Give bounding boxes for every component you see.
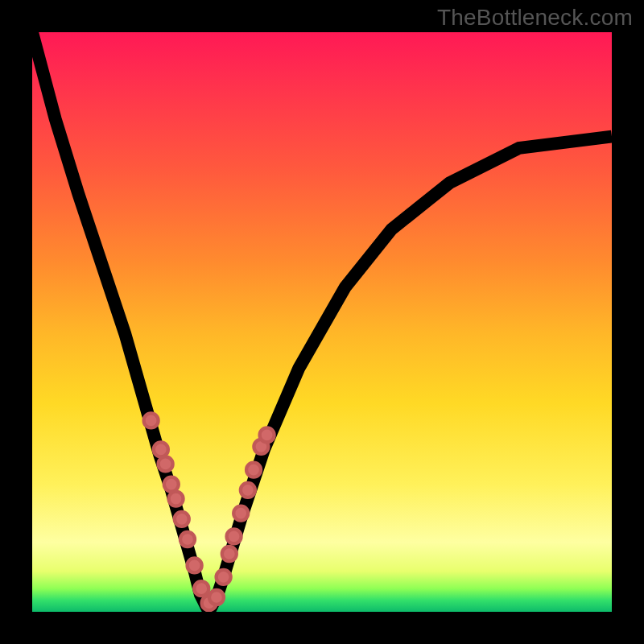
highlight-point <box>169 492 184 506</box>
highlight-point <box>188 558 202 572</box>
chart-container: TheBottleneck.com <box>0 0 644 644</box>
highlight-point <box>233 506 248 521</box>
highlight-point <box>194 581 208 596</box>
highlight-point <box>180 532 195 547</box>
chart-svg <box>32 32 612 612</box>
highlight-point <box>154 442 168 456</box>
highlight-point <box>227 529 242 543</box>
highlight-point <box>241 483 255 497</box>
plot-area <box>32 32 612 612</box>
highlight-point <box>222 547 237 561</box>
highlight-point <box>260 427 275 442</box>
highlight-points-group <box>144 413 275 610</box>
highlight-point <box>159 456 173 471</box>
bottleneck-curve <box>32 32 612 606</box>
highlight-point <box>246 463 261 477</box>
highlight-point <box>144 413 159 427</box>
watermark-text: TheBottleneck.com <box>437 5 633 31</box>
highlight-point <box>175 512 189 526</box>
highlight-point <box>209 590 224 605</box>
highlight-point <box>164 477 179 492</box>
highlight-point <box>217 570 231 584</box>
